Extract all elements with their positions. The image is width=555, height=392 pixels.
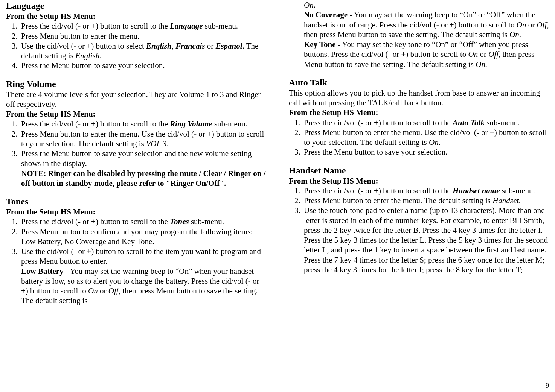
heading-auto-talk: Auto Talk: [289, 77, 549, 88]
list-item: Press the cid/vol (- or +) button to scr…: [20, 217, 266, 226]
heading-language: Language: [6, 0, 266, 11]
continuation-block: On. No Coverage - You may set the warnin…: [304, 0, 549, 69]
text: Press the cid/vol (- or +) button to scr…: [21, 21, 170, 30]
language-steps: Press the cid/vol (- or +) button to scr…: [6, 21, 266, 70]
key-tone-label: Key Tone: [304, 40, 336, 49]
menu-name: Ring Volume: [170, 119, 212, 128]
list-item: Press the cid/vol (- or +) button to scr…: [302, 186, 549, 196]
text: Press the cid/vol (- or +) button to scr…: [21, 217, 170, 226]
menu-name: Auto Talk: [453, 118, 485, 127]
list-item: Press Menu button to enter the menu. The…: [302, 196, 549, 205]
heading-ring-volume: Ring Volume: [6, 78, 266, 90]
page-number: 9: [546, 382, 549, 390]
option-off: Off: [488, 50, 499, 59]
list-item: Press the cid/vol (- or +) button to scr…: [20, 119, 266, 129]
option-espanol: Espanol: [215, 41, 242, 50]
menu-name: Language: [170, 21, 203, 30]
list-item: Use the touch-tone pad to enter a name (…: [302, 205, 549, 275]
list-item: Press Menu button to enter the menu. Use…: [302, 128, 549, 147]
handset-name-steps: Press the cid/vol (- or +) button to scr…: [289, 186, 549, 275]
option-off: Off: [108, 286, 119, 295]
text: sub-menu.: [500, 186, 535, 195]
text: .: [166, 139, 168, 148]
no-coverage-label: No Coverage: [304, 10, 348, 19]
text: Press Menu button to enter the menu. Use…: [304, 128, 547, 147]
subheading-from-setup: From the Setup HS Menu:: [6, 109, 266, 119]
text: or: [205, 41, 215, 50]
text: ,: [172, 41, 176, 50]
list-item: Use the cid/vol (- or +) button to selec…: [20, 41, 266, 61]
default-setting: On.: [476, 60, 487, 69]
default-setting: English: [75, 51, 99, 60]
subheading-from-setup: From the Setup HS Menu:: [289, 176, 549, 186]
text: Press the Menu button to save your selec…: [21, 149, 252, 168]
menu-name: Handset name: [453, 186, 500, 195]
heading-handset-name: Handset Name: [289, 165, 549, 176]
option-on: On: [517, 20, 526, 29]
default-setting: On: [429, 138, 439, 147]
heading-tones: Tones: [6, 196, 266, 207]
list-item: Press the cid/vol (- or +) button to scr…: [302, 118, 549, 128]
text: sub-menu.: [189, 217, 224, 226]
option-off: Off: [537, 20, 547, 29]
list-item: Press Menu button to enter the menu.: [20, 31, 266, 41]
option-on: On: [304, 0, 314, 9]
text: or: [526, 20, 537, 29]
text: sub-menu.: [212, 119, 247, 128]
option-english: English: [146, 41, 172, 50]
subheading-from-setup: From the Setup HS Menu:: [6, 207, 266, 217]
menu-name: Tones: [170, 217, 189, 226]
list-item: Use the cid/vol (- or +) button to scrol…: [20, 246, 266, 306]
text: or: [98, 286, 108, 295]
option-on: On: [88, 286, 98, 295]
list-item: Press the Menu button to save your selec…: [302, 147, 549, 157]
text: .: [519, 30, 521, 39]
auto-talk-steps: Press the cid/vol (- or +) button to scr…: [289, 118, 549, 157]
text: Press the cid/vol (- or +) button to scr…: [304, 118, 453, 127]
subheading-from-setup: From the Setup HS Menu:: [289, 108, 549, 117]
low-battery-label: Low Battery: [21, 267, 64, 276]
list-item: Press the Menu button to save your selec…: [20, 149, 266, 188]
default-setting: Handset.: [492, 196, 521, 205]
subheading-from-setup: From the Setup HS Menu:: [6, 11, 266, 21]
text: Use the cid/vol (- or +) button to selec…: [21, 41, 146, 50]
text: Press Menu button to enter the menu. Use…: [21, 129, 264, 148]
text: or: [478, 50, 488, 59]
default-setting: On: [509, 30, 519, 39]
text: sub-menu.: [203, 21, 238, 30]
auto-talk-intro: This option allows you to pick up the ha…: [289, 88, 549, 108]
list-item: Press the cid/vol (- or +) button to scr…: [20, 21, 266, 31]
list-item: Press Menu button to confirm and you may…: [20, 227, 266, 247]
text: .: [314, 0, 316, 9]
list-item: Press Menu button to enter the menu. Use…: [20, 129, 266, 149]
text: Press the cid/vol (- or +) button to scr…: [21, 119, 170, 128]
text: Use the cid/vol (- or +) button to scrol…: [21, 247, 261, 266]
text: Press Menu button to enter the menu. The…: [304, 196, 492, 205]
text: .: [439, 138, 441, 147]
right-column: On. No Coverage - You may set the warnin…: [278, 0, 552, 392]
text: .: [99, 51, 101, 60]
option-francais: Francais: [175, 41, 205, 50]
default-setting: VOL 3: [146, 139, 166, 148]
ring-intro-text: There are 4 volume levels for your selec…: [6, 90, 266, 109]
document-page: Language From the Setup HS Menu: Press t…: [0, 0, 555, 392]
ring-steps: Press the cid/vol (- or +) button to scr…: [6, 119, 266, 188]
left-column: Language From the Setup HS Menu: Press t…: [3, 0, 278, 392]
option-on: On: [468, 50, 478, 59]
text: sub-menu.: [485, 118, 520, 127]
note-text: NOTE: Ringer can be disabled by pressing…: [21, 169, 266, 188]
tones-steps: Press the cid/vol (- or +) button to scr…: [6, 217, 266, 305]
text: Press the cid/vol (- or +) button to scr…: [304, 186, 453, 195]
list-item: Press the Menu button to save your selec…: [20, 61, 266, 70]
